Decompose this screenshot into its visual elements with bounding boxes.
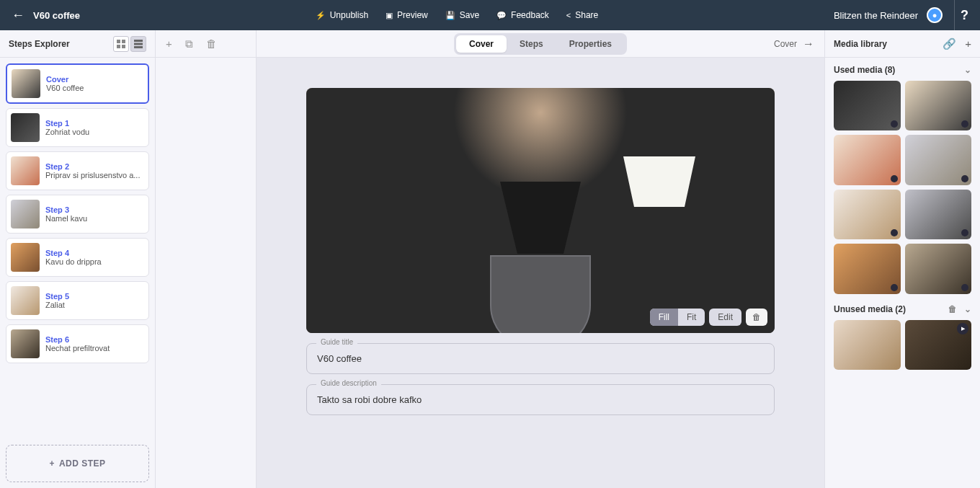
guide-description-input[interactable] [306, 384, 775, 415]
media-item-video[interactable] [905, 320, 972, 370]
user-avatar[interactable]: ● [927, 7, 943, 23]
step-thumb [11, 286, 40, 315]
save-button[interactable]: 💾Save [438, 7, 486, 23]
svg-rect-5 [134, 43, 143, 45]
step-thumb [11, 156, 40, 185]
used-media-label: Used media (8) [834, 65, 895, 75]
media-item[interactable] [834, 135, 901, 185]
unused-media-label: Unused media (2) [834, 304, 906, 314]
media-item[interactable] [905, 81, 972, 130]
steps-explorer-title: Steps Explorer [9, 39, 70, 49]
svg-rect-3 [122, 45, 125, 48]
image-delete-button[interactable]: 🗑 [746, 309, 767, 326]
chat-icon: 💬 [496, 11, 507, 20]
step-item[interactable]: Step 6Nechat prefiltrovat [6, 324, 149, 363]
step-desc: Zohriat vodu [45, 128, 144, 136]
nav-next-arrow-icon[interactable]: → [803, 37, 814, 50]
step-desc: Nechat prefiltrovat [45, 344, 144, 352]
svg-rect-1 [122, 40, 125, 43]
step-item[interactable]: Step 5Zaliat [6, 281, 149, 320]
svg-rect-0 [117, 40, 120, 43]
guide-description-label: Guide description [316, 379, 381, 387]
media-item[interactable] [905, 190, 972, 239]
step-label: Step 4 [45, 249, 144, 257]
step-thumb [12, 69, 40, 98]
guide-title-label: Guide title [316, 338, 357, 346]
media-sidebar: Media library 🔗 + Used media (8) ⌄ [824, 30, 980, 488]
step-list: CoverV60 coffee Step 1Zohriat vodu Step … [0, 58, 155, 439]
share-icon: < [566, 11, 571, 19]
share-button[interactable]: <Share [559, 7, 605, 23]
nav-current-label: Cover [774, 39, 797, 49]
step-thumb [11, 200, 40, 229]
tab-properties[interactable]: Properties [556, 35, 625, 53]
unpublish-button[interactable]: ⚡Unpublish [308, 7, 375, 23]
bolt-icon: ⚡ [316, 11, 326, 20]
image-fill-button[interactable]: Fill [650, 309, 678, 326]
step-desc: V60 coffee [46, 84, 143, 92]
step-desc: Priprav si prislusenstvo a... [45, 171, 144, 179]
step-label: Step 2 [45, 162, 144, 171]
chevron-down-icon[interactable]: ⌄ [964, 65, 971, 75]
topbar: ← V60 coffee ⚡Unpublish ▣Preview 💾Save 💬… [0, 0, 980, 30]
feedback-button[interactable]: 💬Feedback [489, 7, 556, 23]
tab-cover[interactable]: Cover [456, 35, 507, 53]
trash-icon[interactable]: 🗑 [206, 37, 217, 50]
help-icon[interactable]: ? [954, 0, 968, 30]
step-item[interactable]: Step 4Kavu do drippra [6, 238, 149, 277]
back-arrow-icon[interactable]: ← [12, 8, 24, 23]
step-label: Step 5 [45, 292, 144, 301]
step-label: Cover [46, 75, 143, 84]
step-desc: Namel kavu [45, 214, 144, 223]
plus-icon: + [49, 458, 55, 469]
image-fit-button[interactable]: Fit [678, 309, 705, 326]
step-desc: Kavu do drippra [45, 257, 144, 266]
add-media-icon[interactable]: + [965, 37, 971, 50]
steps-sidebar: Steps Explorer CoverV60 coffee Step 1Zoh… [0, 30, 156, 488]
list-view-button[interactable] [130, 36, 146, 52]
link-icon[interactable]: 🔗 [943, 37, 956, 50]
step-item[interactable]: Step 2Priprav si prislusenstvo a... [6, 151, 149, 190]
media-item[interactable] [834, 81, 901, 130]
svg-rect-2 [117, 45, 120, 48]
grid-view-button[interactable] [113, 36, 129, 52]
svg-rect-4 [134, 40, 143, 42]
left-tools: + ⧉ 🗑 [156, 30, 257, 488]
image-edit-button[interactable]: Edit [709, 309, 741, 326]
media-item[interactable] [834, 244, 901, 293]
step-thumb [11, 243, 40, 272]
step-item[interactable]: Step 1Zohriat vodu [6, 108, 149, 147]
trash-icon: 🗑 [752, 312, 761, 322]
step-label: Step 6 [45, 335, 144, 344]
add-step-label: ADD STEP [59, 458, 106, 469]
media-library-title: Media library [834, 39, 887, 49]
media-item[interactable] [834, 320, 901, 370]
add-icon[interactable]: + [166, 37, 172, 50]
cover-image[interactable]: Fill Fit Edit 🗑 [306, 88, 775, 333]
tab-steps[interactable]: Steps [507, 35, 556, 53]
preview-button[interactable]: ▣Preview [378, 7, 435, 23]
add-step-button[interactable]: + ADD STEP [6, 445, 149, 482]
user-name: Blitzen the Reindeer [834, 10, 918, 21]
save-icon: 💾 [445, 11, 455, 20]
step-thumb [11, 329, 40, 358]
media-item[interactable] [905, 244, 972, 293]
step-label: Step 3 [45, 205, 144, 214]
tabs: Cover Steps Properties [454, 33, 627, 55]
svg-rect-6 [134, 46, 143, 48]
play-icon: ▣ [386, 11, 393, 20]
step-item-cover[interactable]: CoverV60 coffee [6, 63, 149, 104]
media-item[interactable] [905, 135, 972, 185]
document-title: V60 coffee [33, 10, 80, 21]
canvas: Cover Steps Properties Cover → Fill [257, 30, 824, 488]
step-thumb [11, 113, 40, 142]
trash-icon[interactable]: 🗑 [948, 304, 957, 314]
step-desc: Zaliat [45, 301, 144, 309]
media-item[interactable] [834, 190, 901, 239]
step-item[interactable]: Step 3Namel kavu [6, 195, 149, 234]
copy-icon[interactable]: ⧉ [185, 37, 193, 50]
guide-title-input[interactable] [306, 343, 775, 374]
step-label: Step 1 [45, 119, 144, 128]
chevron-down-icon[interactable]: ⌄ [964, 304, 971, 314]
